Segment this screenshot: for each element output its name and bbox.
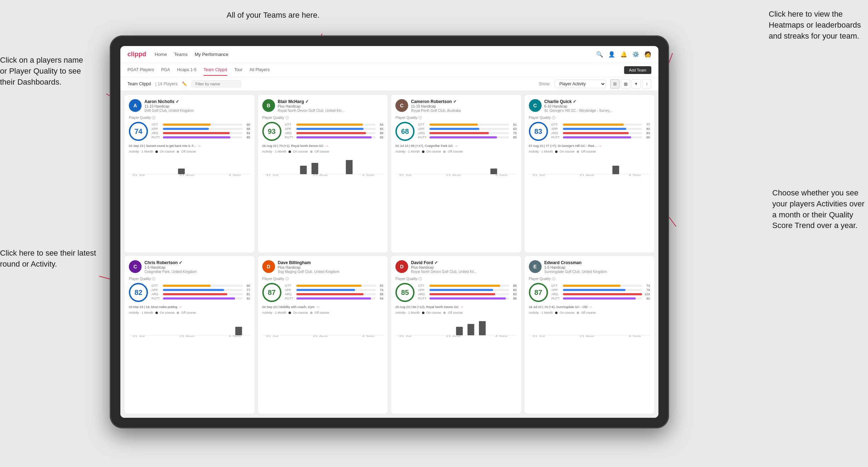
- latest-round[interactable]: 02 Sep 23 | Sunset round to get back int…: [129, 144, 250, 148]
- stat-val-app: 77: [244, 288, 250, 292]
- person-icon[interactable]: 👤: [608, 51, 615, 58]
- score-circle[interactable]: 87: [262, 283, 281, 302]
- player-card[interactable]: E Edward Crossman 1-5 Handicap Sunningda…: [525, 256, 655, 414]
- stat-label-arg: ARG: [552, 131, 561, 135]
- offcourse-legend: [310, 312, 313, 314]
- latest-round[interactable]: 26 Aug 23 | 73 (+1), Royal North Devon G…: [262, 144, 384, 148]
- round-arrow[interactable]: →: [589, 305, 592, 309]
- stat-val-app: 80: [644, 127, 650, 131]
- avatar-icon[interactable]: 🧑: [644, 51, 651, 58]
- player-card[interactable]: D David Ford ✓ Plus Handicap Royal North…: [391, 256, 521, 414]
- tab-all-players[interactable]: All Players: [250, 64, 270, 76]
- stat-val-ott: 60: [244, 284, 250, 287]
- stats-grid: OTT 84 APP 85 ARG 88 PUTT 9: [285, 123, 384, 140]
- player-name[interactable]: Blair McHarg ✓: [278, 99, 384, 104]
- round-arrow[interactable]: →: [197, 144, 201, 148]
- player-card[interactable]: B Blair McHarg ✓ Plus Handicap Royal Nor…: [258, 95, 388, 252]
- player-card[interactable]: C Chris Robertson ✓ 1-5 Handicap Craigmi…: [125, 256, 255, 414]
- stat-val-ott: 61: [510, 123, 517, 126]
- stat-bar-wrap-ott: [563, 285, 643, 287]
- player-name[interactable]: Charlie Quick ✓: [544, 99, 650, 104]
- player-card[interactable]: D Dave Billingham Plus Handicap Ssg Magi…: [258, 256, 388, 414]
- nav-teams[interactable]: Teams: [174, 50, 188, 58]
- stats-grid: OTT 60 APP 58 ARG 84 PUTT 8: [152, 123, 250, 140]
- stat-label-arg: ARG: [552, 292, 561, 296]
- nav-home[interactable]: Home: [155, 50, 167, 58]
- score-circle[interactable]: 82: [129, 283, 148, 302]
- player-header: C Charlie Quick ✓ 6-10 Handicap St. Geor…: [529, 99, 650, 113]
- offcourse-label: Off course: [181, 150, 196, 153]
- player-card[interactable]: C Charlie Quick ✓ 6-10 Handicap St. Geor…: [525, 95, 655, 252]
- player-name[interactable]: David Ford ✓: [411, 260, 517, 265]
- stat-bar-arg: [429, 132, 489, 134]
- player-card[interactable]: A Aaron Nicholls ✓ 11-15 Handicap Drift …: [125, 95, 255, 252]
- view-filter-button[interactable]: ▼: [632, 79, 641, 89]
- ipad-frame: clippd Home Teams My Performance 🔍 👤 🔔 ⚙…: [110, 35, 669, 428]
- latest-round[interactable]: 18 Jul 23 | 74 (+4), Sunningdale GC - Ol…: [529, 305, 650, 309]
- stat-bar-arg: [163, 132, 230, 134]
- team-label: Team Clippd: [127, 81, 151, 86]
- stat-row-putt: PUTT 91: [152, 297, 250, 300]
- round-arrow[interactable]: →: [455, 144, 458, 148]
- svg-rect-37: [456, 327, 463, 335]
- latest-round[interactable]: 02 Jul 23 | 59 (+17), Craigmillar Park G…: [395, 144, 517, 148]
- score-circle[interactable]: 74: [129, 122, 148, 141]
- player-handicap: Plus Handicap: [411, 266, 517, 269]
- view-grid3-button[interactable]: ▦: [621, 79, 630, 89]
- stat-bar-wrap-putt: [563, 297, 643, 300]
- tab-pga[interactable]: PGA: [161, 64, 170, 76]
- score-circle[interactable]: 93: [262, 122, 281, 141]
- settings-icon[interactable]: ⚙️: [632, 51, 639, 58]
- edit-icon[interactable]: ✏️: [182, 81, 187, 86]
- player-name[interactable]: Aaron Nicholls ✓: [144, 99, 250, 104]
- player-info: Edward Crossman 1-5 Handicap Sunningdale…: [544, 260, 650, 274]
- score-circle[interactable]: 83: [529, 122, 548, 141]
- view-sort-button[interactable]: ↕: [642, 79, 651, 89]
- search-input[interactable]: [192, 80, 241, 87]
- player-header: E Edward Crossman 1-5 Handicap Sunningda…: [529, 260, 650, 274]
- stat-bar-wrap-ott: [429, 124, 509, 126]
- stat-bar-wrap-app: [163, 128, 242, 130]
- latest-round[interactable]: 03 Mar 23 | 19, Must make putting →: [129, 305, 250, 309]
- stat-label-ott: OTT: [152, 284, 161, 287]
- svg-text:4 Sep: 4 Sep: [229, 335, 241, 337]
- stat-bar-wrap-putt: [563, 136, 643, 138]
- player-card[interactable]: C Cameron Robertson ✓ 11-15 Handicap Roy…: [391, 95, 521, 252]
- avatar: B: [262, 99, 275, 112]
- nav-my-performance[interactable]: My Performance: [195, 50, 228, 58]
- stat-val-putt: 94: [377, 297, 383, 300]
- mini-chart: 31 Jul 21 Aug 4 Sep: [529, 316, 650, 337]
- tab-pgat[interactable]: PGAT Players: [127, 64, 154, 76]
- svg-rect-28: [235, 327, 242, 335]
- round-arrow[interactable]: →: [460, 305, 464, 309]
- offcourse-label: Off course: [448, 311, 462, 314]
- tab-tour[interactable]: Tour: [234, 64, 242, 76]
- player-name[interactable]: Edward Crossman: [544, 260, 650, 265]
- mini-chart: 31 Jul 21 Aug 4 Sep: [529, 155, 650, 176]
- player-name[interactable]: Dave Billingham: [278, 260, 384, 265]
- svg-text:31 Jul: 31 Jul: [532, 173, 545, 176]
- tab-team-clippd[interactable]: Team Clippd: [204, 64, 227, 76]
- player-name[interactable]: Cameron Robertson ✓: [411, 99, 517, 104]
- bell-icon[interactable]: 🔔: [620, 51, 627, 58]
- show-select[interactable]: Player Activity Quality Score Trend: [555, 80, 606, 88]
- score-circle[interactable]: 85: [395, 283, 415, 302]
- add-team-button[interactable]: Add Team: [624, 66, 651, 74]
- tab-hcaps[interactable]: Hcaps 1-5: [177, 64, 196, 76]
- stats-grid: OTT 77 APP 80 ARG 83 PUTT 8: [552, 123, 650, 140]
- score-circle[interactable]: 87: [529, 283, 548, 302]
- player-name[interactable]: Chris Robertson ✓: [144, 260, 250, 265]
- stat-bar-wrap-app: [429, 289, 509, 291]
- score-circle[interactable]: 68: [395, 122, 415, 141]
- round-arrow[interactable]: →: [178, 305, 182, 309]
- stat-bar-wrap-putt: [296, 297, 376, 300]
- round-arrow[interactable]: →: [598, 144, 601, 148]
- search-icon[interactable]: 🔍: [596, 51, 603, 58]
- view-grid4-button[interactable]: ⊞: [610, 79, 619, 89]
- latest-round[interactable]: 04 Sep 23 | Mobility with coach, Gym →: [262, 305, 384, 309]
- round-arrow[interactable]: →: [316, 305, 319, 309]
- player-header: C Cameron Robertson ✓ 11-15 Handicap Roy…: [395, 99, 517, 113]
- latest-round[interactable]: 07 Aug 23 | 77 (+7), St George's Hill GC…: [529, 144, 650, 148]
- latest-round[interactable]: 26 Aug 23 | 84 (+12), Royal North Devon …: [395, 305, 517, 309]
- round-arrow[interactable]: →: [325, 144, 329, 148]
